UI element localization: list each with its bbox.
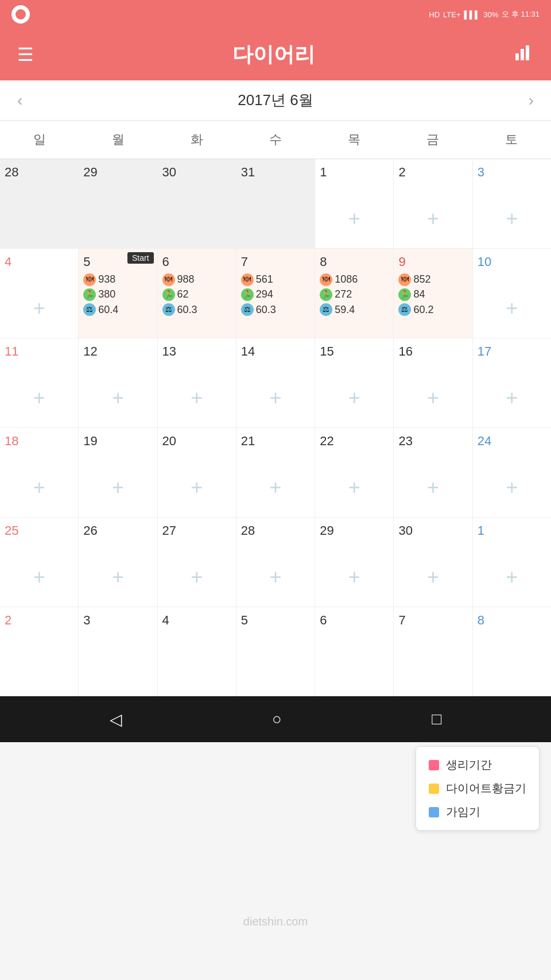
calendar-cell[interactable]: 30+ [394,518,472,607]
cell-date: 6 [320,613,389,628]
add-entry-icon[interactable]: + [348,565,360,589]
calendar-cell[interactable]: 23+ [394,428,472,517]
exercise-value: 62 [177,288,189,301]
calendar-cell[interactable]: 16+ [394,338,472,427]
svg-rect-2 [526,45,529,60]
add-entry-icon[interactable]: + [112,565,124,589]
calendar-cell[interactable]: 17+ [473,338,551,427]
legend-dot-blue [429,807,439,817]
calendar-cell[interactable]: 7 [394,607,472,696]
bottom-nav: ◁ ○ □ [0,696,551,742]
prev-month-button[interactable]: ‹ [17,91,22,110]
add-entry-icon[interactable]: + [506,565,518,589]
add-entry-icon[interactable]: + [269,476,281,500]
add-entry-icon[interactable]: + [506,476,518,500]
add-entry-icon[interactable]: + [348,207,360,231]
calendar-cell[interactable]: 24+ [473,428,551,517]
calendar-cell[interactable]: 3+ [473,159,551,248]
day-headers: 일 월 화 수 목 금 토 [0,121,551,159]
calendar-cell[interactable]: 1+ [473,518,551,607]
back-button[interactable]: ◁ [110,710,122,729]
next-month-button[interactable]: › [529,91,534,110]
add-entry-icon[interactable]: + [112,386,124,410]
add-entry-icon[interactable]: + [427,386,439,410]
add-entry-icon[interactable]: + [506,207,518,231]
calendar-cell[interactable]: 10+ [473,249,551,338]
add-entry-icon[interactable]: + [348,476,360,500]
add-entry-icon[interactable]: + [269,565,281,589]
menu-icon[interactable]: ☰ [17,44,34,65]
calendar-cell[interactable]: 4+ [0,249,78,338]
add-entry-icon[interactable]: + [33,296,45,321]
calendar-cell[interactable]: 1+ [315,159,393,248]
add-entry-icon[interactable]: + [33,386,45,410]
calendar-cell[interactable]: 21+ [236,428,315,517]
calendar-cell[interactable]: 22+ [315,428,393,517]
add-entry-icon[interactable]: + [506,296,518,321]
day-header-sat: 토 [472,121,551,159]
calendar-cell[interactable]: 5 [236,607,315,696]
calendar-cell[interactable]: 18+ [0,428,78,517]
calendar-cell[interactable]: 6 [315,607,393,696]
calendar-cell[interactable]: 28 [0,159,78,248]
calendar-cell[interactable]: 27+ [158,518,236,607]
home-button[interactable]: ○ [272,710,282,728]
add-entry-icon[interactable]: + [33,476,45,500]
status-left [11,5,30,24]
add-entry-icon[interactable]: + [506,386,518,410]
cell-date: 30 [398,523,467,538]
calendar-cell[interactable]: 9🍽852🏃84⚖60.2 [394,249,472,338]
calendar-cell[interactable]: 12+ [79,338,157,427]
chart-icon[interactable] [513,42,534,67]
calendar-cell[interactable]: 31 [236,159,315,248]
calendar-cell[interactable]: 20+ [158,428,236,517]
cell-date: 14 [241,344,310,359]
calendar-cell[interactable]: 19+ [79,428,157,517]
exercise-icon: 🏃 [398,288,411,301]
calendar-cell[interactable]: 8 [473,607,551,696]
calendar-cell[interactable]: 15+ [315,338,393,427]
calendar-cell[interactable]: 5Start🍽938🏃380⚖60.4 [79,249,157,338]
calendar-cell[interactable]: 29 [79,159,157,248]
cell-date: 3 [83,613,152,628]
exercise-entry: 🏃62 [162,288,231,301]
calendar-cell[interactable]: 29+ [315,518,393,607]
calendar-cell[interactable]: 2 [0,607,78,696]
add-entry-icon[interactable]: + [427,476,439,500]
add-entry-icon[interactable]: + [191,386,203,410]
calendar-cell[interactable]: 26+ [79,518,157,607]
add-entry-icon[interactable]: + [427,207,439,231]
calendar-grid: 282930311+2+3+4+5Start🍽938🏃380⚖60.46🍽988… [0,159,551,696]
app-logo [11,5,30,24]
calendar-cell[interactable]: 4 [158,607,236,696]
calendar-nav: ‹ 2017년 6월 › [0,80,551,121]
legend-dot-pink [429,760,439,770]
add-entry-icon[interactable]: + [427,565,439,589]
legend-label-period: 생리기간 [446,757,492,773]
recents-button[interactable]: □ [432,710,441,728]
calendar-cell[interactable]: 11+ [0,338,78,427]
calendar-cell[interactable]: 14+ [236,338,315,427]
food-entry: 🍽852 [398,273,467,286]
add-entry-icon[interactable]: + [191,476,203,500]
food-icon: 🍽 [162,273,175,286]
cell-date: 20 [162,434,231,449]
calendar-cell[interactable]: 3 [79,607,157,696]
exercise-entry: 🏃380 [83,288,152,301]
add-entry-icon[interactable]: + [33,565,45,589]
cell-date: 4 [5,254,73,269]
time-label: 오 후 11:31 [502,9,540,20]
calendar-cell[interactable]: 8🍽1086🏃272⚖59.4 [315,249,393,338]
calendar-cell[interactable]: 6🍽988🏃62⚖60.3 [158,249,236,338]
add-entry-icon[interactable]: + [269,386,281,410]
add-entry-icon[interactable]: + [191,565,203,589]
calendar-cell[interactable]: 2+ [394,159,472,248]
exercise-value: 272 [335,288,352,301]
calendar-cell[interactable]: 13+ [158,338,236,427]
add-entry-icon[interactable]: + [112,476,124,500]
calendar-cell[interactable]: 25+ [0,518,78,607]
calendar-cell[interactable]: 28+ [236,518,315,607]
add-entry-icon[interactable]: + [348,386,360,410]
calendar-cell[interactable]: 30 [158,159,236,248]
calendar-cell[interactable]: 7🍽561🏃294⚖60.3 [236,249,315,338]
